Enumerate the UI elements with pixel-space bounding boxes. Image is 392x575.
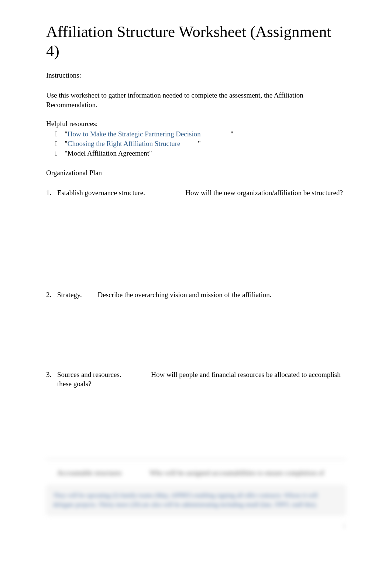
quote-close: " <box>149 149 152 157</box>
spacer <box>180 140 198 147</box>
resource-item:  "Model Affiliation Agreement" <box>46 149 346 158</box>
intro-text: Use this worksheet to gather information… <box>46 91 346 109</box>
resource-text-model-agreement: Model Affiliation Agreement <box>68 149 149 157</box>
question-list: 1. Establish governance structure. How w… <box>46 188 346 389</box>
page-number: 1 <box>46 523 346 530</box>
question-number: 1. <box>46 188 51 198</box>
bullet-icon:  <box>55 129 58 139</box>
question-label: Establish governance structure. <box>57 189 145 197</box>
resources-label: Helpful resources: <box>46 120 346 128</box>
spacer <box>201 130 231 138</box>
blurred-answer-box: They will be operating (2) family teams … <box>46 485 346 515</box>
section-heading: Organizational Plan <box>46 169 346 177</box>
question-prompt: How will the new organization/affiliatio… <box>185 189 343 197</box>
spacer <box>123 371 149 378</box>
spacer <box>84 291 96 299</box>
spacer <box>123 469 148 477</box>
resource-item:  "Choosing the Right Affiliation Struct… <box>46 139 346 149</box>
question-item-2: 2. Strategy. Describe the overarching vi… <box>46 290 346 300</box>
question-number: 2. <box>46 290 51 300</box>
quote-open: " <box>65 149 68 157</box>
instructions-label: Instructions: <box>46 71 346 79</box>
question-prompt: Describe the overarching vision and miss… <box>98 291 272 299</box>
bullet-icon:  <box>55 139 58 149</box>
spacer <box>147 189 184 197</box>
quote-open: " <box>65 140 68 147</box>
quote-close: " <box>230 130 233 138</box>
blurred-question-row: Accountable structures Who will be assig… <box>46 468 346 478</box>
quote-open: " <box>65 130 68 138</box>
blurred-prompt: Who will be assigned accountabilities to… <box>149 469 324 477</box>
question-item-3: 3. Sources and resources. How will peopl… <box>46 370 346 389</box>
question-number: 3. <box>46 370 51 380</box>
question-item-1: 1. Establish governance structure. How w… <box>46 188 346 198</box>
blurred-label: Accountable structures <box>57 469 122 477</box>
resource-link-strategic-partnering[interactable]: How to Make the Strategic Partnering Dec… <box>68 130 201 138</box>
page-title: Affiliation Structure Worksheet (Assignm… <box>46 22 346 60</box>
question-label: Strategy. <box>57 291 82 299</box>
resource-item:  "How to Make the Strategic Partnering … <box>46 129 346 139</box>
quote-close: " <box>198 140 201 147</box>
resources-list:  "How to Make the Strategic Partnering … <box>46 129 346 158</box>
question-label: Sources and resources. <box>57 371 121 378</box>
resource-link-affiliation-structure[interactable]: Choosing the Right Affiliation Structure <box>68 140 180 147</box>
blurred-preview-area: Accountable structures Who will be assig… <box>46 459 346 515</box>
bullet-icon:  <box>55 149 58 158</box>
